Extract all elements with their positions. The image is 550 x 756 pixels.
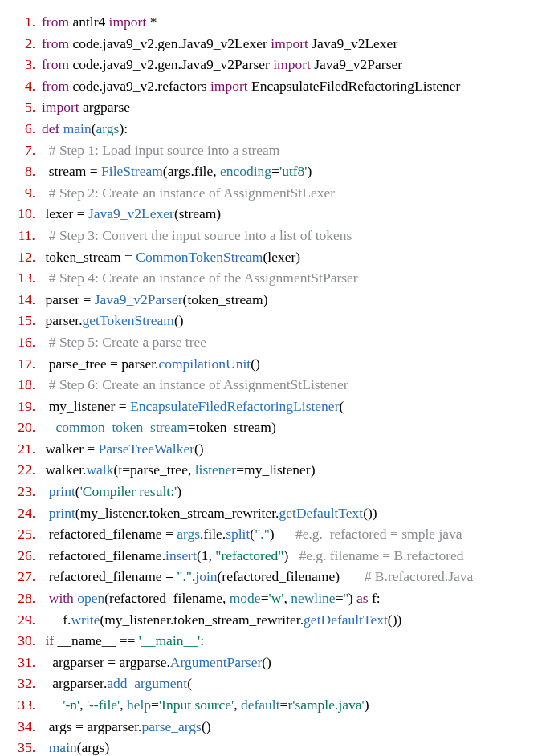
token-fn: split [226, 526, 250, 542]
code-line: 34. args = argparser.parse_args() [8, 716, 542, 738]
token-nm: = [336, 590, 344, 606]
line-code: refactored_filename.insert(1, "refactore… [42, 545, 542, 567]
token-kw: from [42, 78, 69, 94]
token-nm: ) [283, 547, 299, 563]
line-code: print('Compiler result:') [42, 481, 542, 502]
code-block: 1.from antlr4 import *2.from code.java9_… [8, 11, 542, 756]
token-nm: = [151, 697, 159, 713]
line-number: 14. [8, 289, 42, 311]
token-nm: (refactored_filename) [218, 568, 365, 584]
token-nm: , [234, 697, 241, 713]
code-line: 12. token_stream = CommonTokenStream(lex… [8, 246, 542, 268]
code-line: 6.def main(args): [8, 118, 542, 140]
line-code: parser = Java9_v2Parser(token_stream) [42, 289, 542, 311]
token-fn: getDefaultText [304, 612, 388, 628]
line-number: 3. [8, 54, 42, 75]
indent [42, 398, 49, 414]
line-number: 11. [8, 225, 42, 246]
token-name: args [177, 526, 200, 542]
token-nm: : [200, 632, 204, 648]
token-nm: ) [307, 163, 312, 179]
token-nm: __name__ == [54, 632, 139, 648]
code-line: 15. parser.getTokenStream() [8, 310, 542, 331]
line-code: refactored_filename = ".".join(refactore… [42, 566, 542, 587]
token-nm: , [120, 697, 127, 713]
token-nm: = [261, 590, 269, 606]
token-fn: parse_args [141, 718, 202, 734]
line-code: from code.java9_v2.gen.Java9_v2Parser im… [42, 54, 542, 75]
code-line: 17. parse_tree = parser.compilationUnit(… [8, 353, 542, 375]
token-nm: EncapsulateFiledRefactoringListener [248, 78, 461, 94]
code-line: 31. argparser = argparse.ArgumentParser(… [8, 652, 542, 673]
line-code: from code.java9_v2.refactors import Enca… [42, 75, 542, 97]
token-nm: Java9_v2Lexer [308, 35, 397, 51]
indent [42, 568, 49, 584]
token-fn: FileStream [101, 163, 163, 179]
token-str: r'sample.java' [287, 697, 364, 713]
code-line: 14. parser = Java9_v2Parser(token_stream… [8, 289, 542, 311]
token-str: "." [177, 568, 192, 584]
indent [42, 590, 49, 606]
token-nm: =parse_tree, [122, 461, 195, 478]
line-number: 4. [8, 75, 42, 97]
line-number: 17. [8, 353, 42, 375]
token-nm: code.java9_v2.refactors [69, 78, 210, 94]
line-code: # Step 2: Create an instance of Assignme… [42, 182, 542, 204]
token-fn: CommonTokenStream [136, 249, 263, 265]
line-code: # Step 1: Load input source into a strea… [42, 140, 542, 161]
token-nm: ) [270, 526, 295, 542]
line-code: # Step 4: Create an instance of the Assi… [42, 267, 542, 289]
code-line: 16. # Step 5: Create a parse tree [8, 331, 542, 353]
line-code: # Step 6: Create an instance of Assignme… [42, 374, 542, 396]
token-cm: #e.g. refactored = smple java [295, 526, 462, 542]
token-nm: (1, [197, 547, 215, 563]
token-kw: import [210, 78, 248, 94]
line-number: 32. [8, 673, 42, 694]
line-code: print(my_listener.token_stream_rewriter.… [42, 502, 542, 524]
indent [42, 718, 49, 734]
code-line: 4.from code.java9_v2.refactors import En… [8, 75, 542, 97]
code-line: 29. f.write(my_listener.token_stream_rew… [8, 609, 542, 631]
line-code: from code.java9_v2.gen.Java9_v2Lexer imp… [42, 33, 542, 55]
line-code: args = argparser.parse_args() [42, 716, 542, 738]
line-code: from antlr4 import * [42, 11, 542, 33]
token-nm: stream = [49, 163, 101, 179]
code-line: 7. # Step 1: Load input source into a st… [8, 140, 542, 161]
token-nm: .file. [200, 526, 226, 542]
token-kw: import [271, 35, 308, 51]
token-fn: print [49, 483, 75, 499]
token-nm: parser. [45, 312, 82, 328]
token-fn: main [63, 120, 92, 136]
token-str: 'Input source' [159, 697, 234, 713]
token-nm: ) [177, 483, 181, 499]
line-number: 2. [8, 33, 42, 55]
token-name: listener [195, 461, 237, 478]
code-line: 11. # Step 3: Convert the input source i… [8, 225, 542, 246]
token-str: '__main__' [139, 632, 200, 648]
token-nm: =my_listener) [236, 461, 315, 478]
token-nm: = [271, 163, 279, 179]
line-number: 7. [8, 140, 42, 161]
token-nm: () [251, 356, 260, 372]
code-line: 5.import argparse [8, 96, 542, 118]
token-cm: # Step 1: Load input source into a strea… [49, 142, 280, 158]
token-cm: # Step 6: Create an instance of Assignme… [49, 376, 348, 392]
indent [42, 612, 63, 628]
indent [42, 483, 49, 499]
code-line: 25. refactored_filename = args.file.spli… [8, 523, 542, 545]
token-cm: # B.refactored.Java [365, 568, 474, 584]
line-number: 23. [8, 481, 42, 502]
token-cm: # Step 3: Convert the input source into … [49, 227, 352, 243]
line-code: refactored_filename = args.file.split(".… [42, 523, 542, 545]
token-kw: import [273, 56, 311, 72]
token-nm: f: [369, 590, 381, 606]
line-code: parser.getTokenStream() [42, 310, 542, 331]
token-str: 'w' [269, 590, 284, 606]
code-line: 30. if __name__ == '__main__': [8, 630, 542, 652]
line-number: 22. [8, 459, 42, 481]
token-kw: if [45, 632, 54, 648]
token-nm: (token_stream) [183, 291, 268, 307]
token-cm: # Step 5: Create a parse tree [49, 334, 206, 350]
code-line: 32. argparser.add_argument( [8, 673, 542, 694]
token-nm: ) [348, 590, 356, 606]
